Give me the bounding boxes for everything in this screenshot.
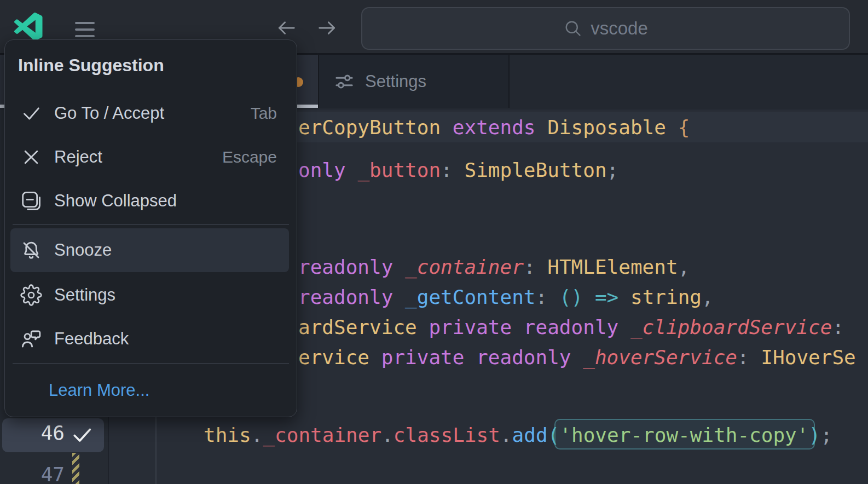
collapse-icon: [20, 190, 42, 212]
vscode-window: vscode Settings erCopyButton extends Dis…: [0, 0, 868, 484]
search-icon: [563, 19, 583, 38]
search-value: vscode: [591, 18, 648, 39]
menu-item-settings[interactable]: Settings: [5, 273, 297, 317]
code-line-class-decl: erCopyButton extends Disposable {: [298, 112, 690, 142]
arrow-right-icon[interactable]: [315, 18, 340, 38]
search-input[interactable]: vscode: [361, 7, 850, 50]
line-number-46: 46: [22, 422, 65, 444]
code-line-container-param: readonly _container: HTMLElement,: [298, 252, 690, 282]
tab-settings-label: Settings: [365, 72, 426, 91]
code-line-button-field: only _button: SimpleButton;: [298, 155, 618, 185]
menu-item-snooze[interactable]: Snooze: [10, 228, 289, 272]
menu-separator: [13, 224, 289, 225]
tab-settings[interactable]: Settings: [319, 55, 508, 108]
code-line-clipboard-param: ardService private readonly _clipboardSe…: [298, 312, 844, 342]
code-line-getcontent-param: readonly _getContent: () => string,: [298, 282, 714, 312]
gear-icon: [20, 284, 42, 306]
bell-slash-icon: [20, 239, 42, 261]
arrow-left-icon[interactable]: [274, 18, 299, 38]
inline-suggestion-menu: Inline Suggestion Go To / Accept Tab Rej…: [4, 39, 297, 417]
check-icon: [20, 102, 42, 124]
hamburger-icon[interactable]: [75, 22, 95, 37]
sliders-icon: [333, 71, 355, 93]
menu-item-go-to-accept[interactable]: Go To / Accept Tab: [5, 91, 297, 135]
learn-more-link[interactable]: Learn More...: [49, 381, 149, 400]
code-line-hover-param: ervice private readonly _hoverService: I…: [298, 342, 856, 372]
line-number-47: 47: [22, 463, 65, 484]
shortcut-tab: Tab: [251, 104, 277, 123]
menu-item-feedback[interactable]: Feedback: [5, 317, 297, 361]
comment-person-icon: [20, 328, 42, 350]
menu-item-show-collapsed[interactable]: Show Collapsed: [5, 179, 297, 223]
menu-item-reject[interactable]: Reject Escape: [5, 135, 297, 179]
modified-lines-hatch-bar: [72, 453, 79, 484]
shortcut-escape: Escape: [222, 148, 277, 166]
x-icon: [20, 146, 42, 168]
code-line-add-class: this._container.classList.add('hover-row…: [204, 420, 832, 450]
check-icon: [70, 423, 94, 447]
menu-header: Inline Suggestion: [18, 55, 164, 76]
vscode-logo-icon: [14, 13, 43, 41]
indent-guide: [155, 416, 157, 484]
menu-separator: [13, 363, 289, 364]
